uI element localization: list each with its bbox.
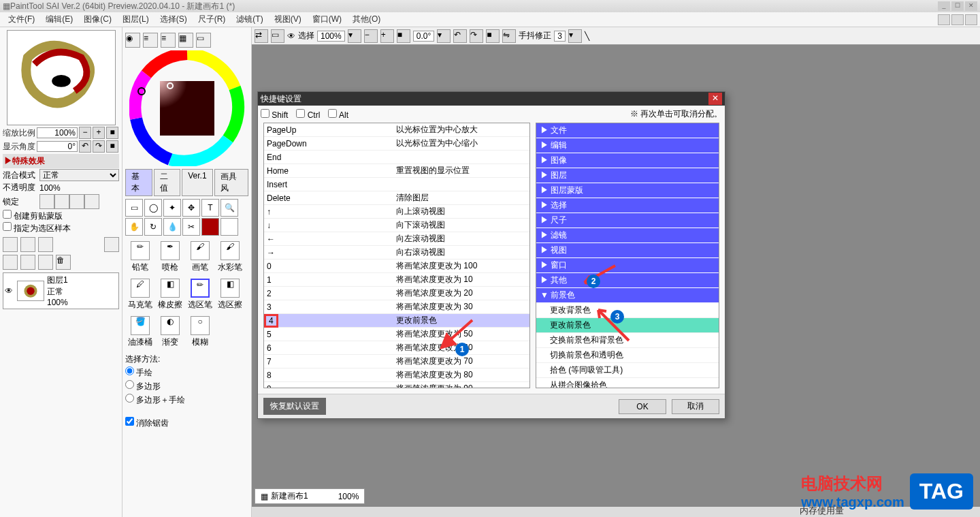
restore-defaults-button[interactable]: 恢复默认设置 — [263, 398, 326, 415]
tree-category[interactable]: ▶ 图层蒙版 — [536, 183, 719, 198]
ct-zoom-out[interactable]: − — [364, 29, 378, 43]
shortcut-row[interactable]: 7将画笔浓度更改为 70 — [264, 355, 529, 369]
ct-reset-button[interactable]: ▭ — [271, 29, 284, 43]
shortcut-row[interactable]: 3将画笔浓度更改为 30 — [264, 300, 529, 314]
menu-file[interactable]: 文件(F) — [3, 12, 40, 27]
tree-category[interactable]: ▶ 窗口 — [536, 258, 719, 273]
ct-stabilizer-dropdown[interactable]: ▾ — [568, 29, 582, 43]
mod-alt-checkbox[interactable]: Alt — [328, 109, 348, 120]
ct-zoom-value[interactable]: 100% — [317, 31, 345, 42]
tool-move[interactable]: ✥ — [182, 199, 200, 217]
canvas-tab[interactable]: ▦ 新建画布1 100% — [255, 488, 365, 504]
shortcut-row[interactable]: Insert — [264, 178, 529, 191]
new-folder-button[interactable] — [20, 237, 35, 252]
panel-button-3[interactable] — [965, 14, 977, 25]
lock-all-button[interactable] — [39, 194, 54, 209]
maximize-button[interactable]: ☐ — [951, 1, 964, 11]
menu-ruler[interactable]: 尺子(R) — [193, 12, 231, 27]
bg-color[interactable] — [220, 218, 238, 236]
radio-poly-free[interactable]: 多边形＋手绘 — [125, 395, 185, 405]
shortcut-row[interactable]: →向右滚动视图 — [264, 246, 529, 260]
menu-image[interactable]: 图像(C) — [78, 12, 117, 27]
dialog-close-button[interactable]: ✕ — [708, 93, 722, 105]
tree-item[interactable]: 更改背景色 — [536, 303, 719, 318]
menu-view[interactable]: 视图(V) — [269, 12, 307, 27]
shortcut-row[interactable]: 1将画笔浓度更改为 10 — [264, 273, 529, 287]
rotate-ccw-button[interactable]: ↶ — [79, 140, 91, 153]
menu-window[interactable]: 窗口(W) — [307, 12, 347, 27]
tree-category[interactable]: ▶ 视图 — [536, 243, 719, 258]
tool-crop[interactable]: ✂ — [182, 218, 200, 236]
shortcut-row[interactable]: PageUp以光标位置为中心放大 — [264, 123, 529, 137]
shortcut-row[interactable]: 2将画笔浓度更改为 20 — [264, 287, 529, 300]
radio-polygon[interactable]: 多边形 — [125, 381, 161, 391]
color-wheel-icon[interactable]: ◉ — [125, 33, 140, 48]
ct-angle-value[interactable]: 0.0° — [413, 31, 434, 42]
brush-marker[interactable]: 🖊马克笔 — [128, 279, 152, 311]
shortcut-row[interactable]: 9将画笔浓度更改为 90 — [264, 382, 529, 388]
fg-color[interactable] — [201, 218, 219, 236]
antialias-checkbox[interactable]: 消除锯齿 — [125, 418, 169, 428]
shortcut-row[interactable]: Home重置视图的显示位置 — [264, 164, 529, 178]
brush-bucket[interactable]: 🪣油漆桶 — [128, 316, 152, 348]
blend-select[interactable]: 正常 — [39, 169, 119, 181]
shortcut-row[interactable]: ↓向下滚动视图 — [264, 219, 529, 232]
menu-filter[interactable]: 滤镜(T) — [231, 12, 268, 27]
tree-category[interactable]: ▶ 文件 — [536, 123, 719, 138]
tree-item[interactable]: 更改前景色 — [536, 318, 719, 333]
clipmask-checkbox[interactable]: 创建剪贴蒙版 — [3, 211, 63, 221]
tree-category[interactable]: ▶ 其他 — [536, 273, 719, 288]
tab-basic[interactable]: 基本 — [125, 169, 152, 196]
cancel-button[interactable]: 取消 — [672, 399, 719, 414]
menu-layer[interactable]: 图层(L) — [117, 12, 154, 27]
shortcut-row[interactable]: 0将画笔浓度更改为 100 — [264, 260, 529, 273]
color-hsv-icon[interactable]: ≡ — [161, 33, 176, 48]
layer-1[interactable]: 👁 图层1 正常100% — [3, 272, 119, 309]
ct-flip-button[interactable]: ⇋ — [502, 29, 516, 43]
tool-lasso[interactable]: ◯ — [144, 199, 162, 217]
shortcut-list[interactable]: PageUp以光标位置为中心放大PageDown以光标位置为中心缩小EndHom… — [263, 123, 530, 388]
tree-category[interactable]: ▶ 图层 — [536, 168, 719, 183]
shortcut-row[interactable]: End — [264, 151, 529, 164]
new-layer-button[interactable] — [3, 237, 18, 252]
tool-text[interactable]: T — [201, 199, 219, 217]
menu-select[interactable]: 选择(S) — [154, 12, 193, 27]
mod-ctrl-checkbox[interactable]: Ctrl — [296, 109, 320, 120]
brush-pencil[interactable]: ✏铅笔 — [128, 241, 152, 273]
flatten-button[interactable] — [20, 255, 35, 270]
shortcut-row[interactable]: 6将画笔浓度更改为 60 — [264, 341, 529, 355]
angle-value[interactable]: 0° — [37, 141, 78, 152]
tool-zoom[interactable]: 🔍 — [220, 199, 238, 217]
ct-zoom-dropdown[interactable]: ▾ — [348, 29, 361, 43]
shortcut-row[interactable]: 4更改前景色 — [264, 314, 529, 328]
menu-edit[interactable]: 编辑(E) — [40, 12, 78, 27]
new-mask-button[interactable] — [38, 237, 53, 252]
action-tree[interactable]: ▶ 文件▶ 编辑▶ 图像▶ 图层▶ 图层蒙版▶ 选择▶ 尺子▶ 滤镜▶ 视图▶ … — [536, 123, 719, 388]
tree-item[interactable]: 拾色 (等同吸管工具) — [536, 363, 719, 378]
lock-alpha-button[interactable] — [69, 194, 84, 209]
brush-gradient[interactable]: ◐渐变 — [158, 316, 182, 348]
ct-angle-reset[interactable]: ■ — [486, 29, 500, 43]
brush-seleraser[interactable]: ◧选区擦 — [218, 279, 242, 311]
brush-eraser[interactable]: ◧橡皮擦 — [158, 279, 182, 311]
delete-layer-button[interactable]: 🗑 — [56, 255, 71, 270]
opacity-value[interactable]: 100% — [39, 183, 119, 193]
layer-visible-toggle[interactable]: 👁 — [5, 286, 17, 296]
shortcut-row[interactable]: PageDown以光标位置为中心缩小 — [264, 137, 529, 151]
tool-rotate[interactable]: ↻ — [144, 218, 162, 236]
ct-rotate-cw[interactable]: ↷ — [470, 29, 483, 43]
lock-move-button[interactable] — [84, 194, 99, 209]
color-rgb-icon[interactable]: ≡ — [143, 33, 158, 48]
tree-category[interactable]: ▶ 滤镜 — [536, 228, 719, 243]
ct-zoom-fit[interactable]: ■ — [397, 29, 410, 43]
canvas-thumbnail[interactable] — [7, 30, 116, 125]
panel-button-2[interactable] — [951, 14, 964, 25]
ct-angle-dropdown[interactable]: ▾ — [437, 29, 451, 43]
minimize-button[interactable]: _ — [938, 1, 950, 11]
zoom-reset-button[interactable]: ■ — [106, 127, 118, 139]
brush-selpen[interactable]: ✏选区笔 — [188, 279, 212, 311]
tree-category[interactable]: ▶ 图像 — [536, 153, 719, 168]
tool-wand[interactable]: ✦ — [163, 199, 181, 217]
menu-other[interactable]: 其他(O) — [347, 12, 386, 27]
lock-pixel-button[interactable] — [54, 194, 69, 209]
